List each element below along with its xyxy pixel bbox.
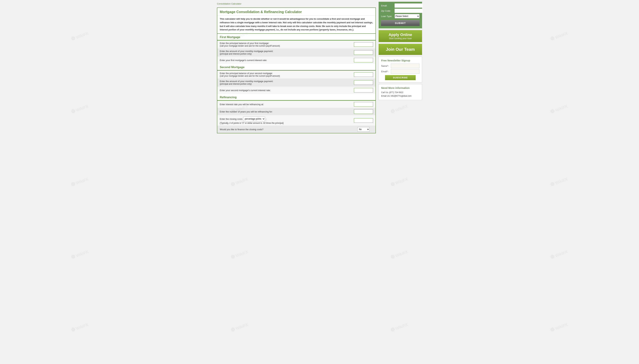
apply-online-subtitle: Start funding your loan <box>380 37 420 40</box>
join-team-button[interactable]: Join Our Team <box>378 44 422 55</box>
subscribe-button[interactable]: SUBSCRIBE <box>385 75 416 80</box>
refi-years-label: Enter the number of years you will be re… <box>217 108 352 115</box>
loan-type-label: Loan Type: <box>381 15 393 18</box>
first-mortgage-table: Enter the principal balance of your firs… <box>217 40 376 64</box>
newsletter-box: Free Newsletter Signup Name*: Email*: SU… <box>378 57 422 82</box>
calculator-title: Mortgage Consolidation & Refinancing Cal… <box>217 8 376 16</box>
second-rate-input[interactable] <box>354 88 373 92</box>
newsletter-email-input[interactable] <box>391 69 420 74</box>
first-rate-cell <box>352 56 376 64</box>
first-payment-label: Enter the amount of your monthly mortgag… <box>217 48 352 56</box>
table-row: Enter the number of years you will be re… <box>217 108 376 115</box>
calculator-box: Mortgage Consolidation & Refinancing Cal… <box>217 8 376 133</box>
breadcrumb: Consolidation Calculator <box>217 2 376 6</box>
refi-years-cell <box>352 108 376 115</box>
finance-closing-select[interactable]: No Yes <box>358 127 370 132</box>
closing-costs-label: Enter the closing costs <box>220 118 242 120</box>
newsletter-name-row: Name*: <box>381 64 420 68</box>
second-payment-input[interactable] <box>354 80 373 85</box>
second-rate-cell <box>352 86 376 94</box>
table-row: Enter the amount of your monthly mortgag… <box>217 78 376 86</box>
first-payment-input[interactable] <box>354 50 373 55</box>
finance-closing-label: Would you like to finance the closing co… <box>217 126 352 133</box>
first-principal-input[interactable] <box>354 42 373 47</box>
refinancing-table: Enter interest rate you will be refinanc… <box>217 101 376 133</box>
apply-online-button[interactable]: Apply Online Start funding your loan <box>378 30 422 42</box>
email-label: Email: <box>381 4 393 7</box>
quote-form: Email: Zip Code: Loan Type: Please Selec… <box>378 2 422 28</box>
email-row: Email: <box>381 4 420 8</box>
closing-costs-label-cell: Enter the closing costs percentage point… <box>217 115 352 126</box>
table-row: Enter the principal balance of your firs… <box>217 40 376 48</box>
loan-type-row: Loan Type: Please Select Purchase Refina… <box>381 14 420 18</box>
table-row: Enter your first mortgage's current inte… <box>217 56 376 64</box>
closing-costs-input-cell <box>352 115 376 126</box>
need-info-email: Email Us: info@877rcglobal.com <box>381 94 420 98</box>
zip-row: Zip Code: <box>381 9 420 13</box>
second-principal-cell <box>352 70 376 78</box>
loan-type-select[interactable]: Please Select Purchase Refinance Home Eq… <box>394 14 420 18</box>
email-input[interactable] <box>394 4 423 8</box>
finance-closing-cell: No Yes <box>352 126 376 133</box>
second-payment-cell <box>352 78 376 86</box>
second-payment-label: Enter the amount of your monthly mortgag… <box>217 78 352 86</box>
second-principal-input[interactable] <box>354 72 373 77</box>
refi-rate-input[interactable] <box>354 102 373 106</box>
page-wrapper: Consolidation Calculator Mortgage Consol… <box>215 0 424 135</box>
apply-online-title: Apply Online <box>380 32 420 37</box>
refi-years-input[interactable] <box>354 109 373 114</box>
newsletter-email-row: Email*: <box>381 69 420 74</box>
first-principal-cell <box>352 40 376 48</box>
table-row: Enter the closing costs percentage point… <box>217 115 376 126</box>
table-row: Enter interest rate you will be refinanc… <box>217 101 376 108</box>
table-row: Enter the amount of your monthly mortgag… <box>217 48 376 56</box>
newsletter-name-label: Name*: <box>381 65 391 67</box>
newsletter-title: Free Newsletter Signup <box>381 59 420 62</box>
table-row: Enter your second mortgage's current int… <box>217 86 376 94</box>
calculator-description: This calculator will help you to decide … <box>217 16 376 34</box>
second-rate-label: Enter your second mortgage's current int… <box>217 86 352 94</box>
first-principal-label: Enter the principal balance of your firs… <box>217 40 352 48</box>
sidebar: Email: Zip Code: Loan Type: Please Selec… <box>378 2 422 133</box>
zip-label: Zip Code: <box>381 10 393 12</box>
second-mortgage-heading: Second Mortgage <box>217 64 376 70</box>
first-rate-label: Enter your first mortgage's current inte… <box>217 56 352 64</box>
closing-costs-type-select[interactable]: percentage points dollar amount <box>243 117 265 121</box>
second-principal-label: Enter the principal balance of your seco… <box>217 70 352 78</box>
zip-input[interactable] <box>394 9 423 13</box>
first-mortgage-heading: First Mortgage <box>217 34 376 40</box>
refinancing-heading: Refinancing <box>217 94 376 100</box>
need-info-title: Need More information <box>381 86 420 89</box>
main-content: Consolidation Calculator Mortgage Consol… <box>217 2 376 133</box>
newsletter-name-input[interactable] <box>391 64 420 68</box>
first-payment-cell <box>352 48 376 56</box>
submit-button[interactable]: SUBMIT <box>381 20 420 26</box>
need-info-phone: Call Us: (877) 724-5622 <box>381 91 420 94</box>
first-rate-input[interactable] <box>354 58 373 62</box>
refi-rate-cell <box>352 101 376 108</box>
closing-costs-input[interactable] <box>354 118 373 123</box>
newsletter-email-label: Email*: <box>381 70 391 73</box>
closing-costs-colon: : <box>266 118 266 120</box>
refi-rate-label: Enter interest rate you will be refinanc… <box>217 101 352 108</box>
closing-costs-desc: (Typically, # of points is "2" or dollar… <box>220 122 349 124</box>
need-info-box: Need More information Call Us: (877) 724… <box>378 84 422 100</box>
table-row: Enter the principal balance of your seco… <box>217 70 376 78</box>
second-mortgage-table: Enter the principal balance of your seco… <box>217 70 376 94</box>
table-row: Would you like to finance the closing co… <box>217 126 376 133</box>
